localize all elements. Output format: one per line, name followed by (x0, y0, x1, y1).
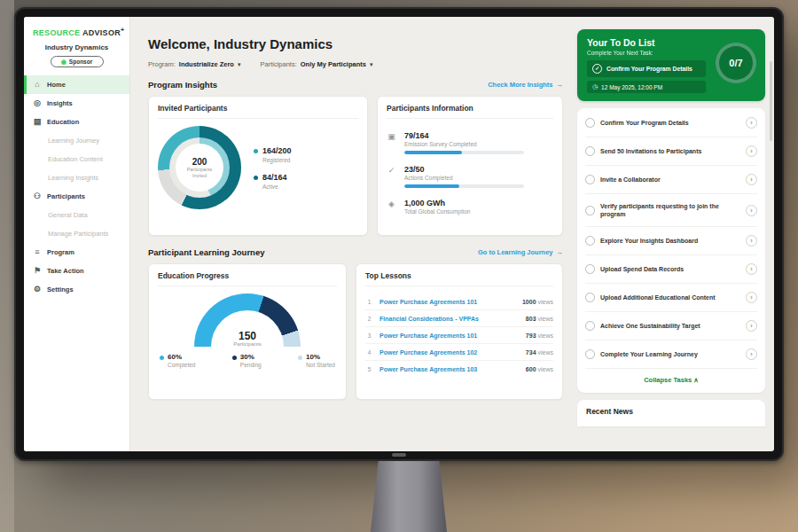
sidebar-item-insights[interactable]: ◎ Insights (24, 94, 129, 113)
task-label: Achieve One Sustainability Target (600, 322, 740, 330)
legend-item-registered: 164/200 Registered (254, 147, 292, 163)
lesson-rank: 3 (365, 332, 373, 339)
lesson-link[interactable]: Power Purchase Agreements 103 (379, 366, 520, 372)
task-item-achieve-target[interactable]: Achieve One Sustainability Target › (585, 312, 757, 340)
task-item-upload-educational-content[interactable]: Upload Additional Educational Content › (585, 284, 757, 312)
monitor: RESOURCE ADVISOR+ Industry Dynamics ◉ Sp… (14, 7, 784, 461)
views-count: 734 (526, 349, 536, 356)
top-lessons-card: Top Lessons 1 Power Purchase Agreements … (356, 263, 563, 400)
checkbox-icon[interactable] (585, 264, 595, 274)
todo-list-card: Your To Do List Complete Your Next Task:… (577, 29, 765, 101)
sidebar-item-home[interactable]: ⌂ Home (24, 75, 129, 94)
checkbox-icon[interactable] (585, 146, 595, 156)
collapse-tasks-link[interactable]: Collapse Tasks ∧ (585, 369, 757, 392)
checkbox-icon[interactable] (585, 206, 595, 215)
chevron-right-icon[interactable]: › (746, 174, 757, 185)
invited-total-label: Participants Invited (181, 167, 218, 179)
invited-donut-chart: 200 Participants Invited (158, 126, 241, 209)
views-word: views (537, 316, 553, 322)
program-filter[interactable]: Program: Industrialize Zero ▾ (148, 60, 240, 68)
go-to-learning-journey-link[interactable]: Go to Learning Journey → (478, 248, 563, 256)
participants-information-card: Participants Information ▣ 79/164 Emissi… (377, 96, 563, 236)
lesson-link[interactable]: Power Purchase Agreements 101 (379, 299, 516, 305)
sidebar-item-take-action[interactable]: ⚑ Take Action (24, 262, 129, 280)
nav-label: Take Action (47, 267, 84, 275)
checkbox-icon[interactable] (585, 236, 595, 246)
home-icon: ⌂ (33, 81, 42, 89)
learning-journey-header: Participant Learning Journey Go to Learn… (148, 247, 563, 257)
task-item-upload-spend-data[interactable]: Upload Spend Data Records › (585, 255, 757, 284)
invited-total: 200 (192, 157, 207, 167)
task-item-confirm-program[interactable]: Confirm Your Program Details › (585, 109, 757, 137)
check-more-insights-link[interactable]: Check More Insights → (488, 81, 563, 89)
nav-label: Education (47, 118, 79, 126)
chevron-right-icon[interactable]: › (746, 263, 757, 275)
task-item-verify-participants[interactable]: Verify participants requesting to join t… (585, 194, 757, 227)
nav-label: Home (47, 81, 66, 89)
chevron-right-icon[interactable]: › (746, 205, 757, 216)
nav-label: Manage Participants (48, 230, 108, 238)
task-item-explore-insights[interactable]: Explore Your Insights Dashboard › (585, 227, 757, 255)
arrow-right-icon: → (557, 248, 564, 256)
recent-news-title: Recent News (586, 407, 756, 416)
participants-filter[interactable]: Participants: Only My Participants ▾ (260, 60, 372, 68)
sidebar-item-learning-journey[interactable]: Learning Journey (24, 131, 129, 150)
sidebar-item-education-content[interactable]: Education Content (24, 150, 129, 168)
sidebar-item-education[interactable]: ▤ Education (24, 113, 129, 131)
lesson-link[interactable]: Financial Considerations - VPPAs (379, 316, 520, 322)
actions-value: 23/50 (404, 165, 553, 174)
insights-icon: ◎ (33, 99, 42, 107)
scrollbar[interactable] (770, 61, 772, 141)
chevron-right-icon[interactable]: › (746, 145, 757, 157)
sidebar-item-manage-participants[interactable]: Manage Participants (24, 224, 129, 243)
todo-next-task[interactable]: ✓ Confirm Your Program Details (587, 60, 706, 77)
views-count: 793 (526, 332, 536, 339)
checkbox-icon[interactable] (585, 175, 595, 184)
sidebar-nav: ⌂ Home ◎ Insights ▤ Education Learning J… (24, 75, 129, 299)
right-column: Your To Do List Complete Your Next Task:… (577, 29, 765, 426)
chevron-right-icon[interactable]: › (746, 117, 757, 129)
progress-bar (404, 151, 524, 154)
lesson-row: 2 Financial Considerations - VPPAs 803 v… (365, 310, 553, 327)
lesson-link[interactable]: Power Purchase Agreements 102 (379, 349, 520, 356)
card-title: Invited Participants (158, 104, 358, 119)
legend-item-active: 84/164 Active (254, 174, 292, 190)
checkbox-icon[interactable] (585, 321, 595, 331)
sidebar-item-general-data[interactable]: General Data (24, 206, 129, 224)
chevron-up-icon: ∧ (693, 376, 699, 384)
views-count: 1000 (522, 299, 536, 305)
chevron-right-icon[interactable]: › (746, 235, 757, 246)
insights-cards-row: Invited Participants 200 Participants In… (148, 96, 563, 236)
sidebar-item-participants[interactable]: ⚇ Participants (24, 187, 129, 206)
task-item-invite-collaborator[interactable]: Invite a Collaborator › (585, 166, 757, 194)
task-label: Upload Spend Data Records (600, 265, 740, 273)
card-title: Participants Information (387, 104, 553, 119)
lesson-row: 4 Power Purchase Agreements 102 734 view… (365, 344, 553, 361)
task-item-send-invitations[interactable]: Send 50 Invitations to Participants › (585, 137, 757, 166)
chevron-right-icon[interactable]: › (746, 292, 757, 303)
progress-bar-fill (404, 184, 459, 188)
chevron-right-icon[interactable]: › (746, 348, 757, 360)
app-logo: RESOURCE ADVISOR+ (24, 17, 129, 41)
chevron-right-icon[interactable]: › (746, 320, 757, 332)
gauge-value: 150 (194, 331, 301, 341)
arrow-right-icon: → (557, 81, 564, 89)
lesson-rank: 5 (365, 366, 373, 372)
sponsor-icon: ◉ (61, 59, 66, 65)
sidebar-item-settings[interactable]: ⚙ Settings (24, 280, 129, 299)
nav-label: Settings (47, 286, 74, 293)
checkbox-icon[interactable] (585, 293, 595, 302)
sidebar-item-learning-insights[interactable]: Learning Insights (24, 168, 129, 187)
sidebar-item-program[interactable]: ≡ Program (24, 243, 129, 262)
checkbox-icon[interactable] (585, 118, 595, 128)
task-item-complete-learning-journey[interactable]: Complete Your Learning Journey › (585, 340, 757, 369)
invited-donut-inner: 200 Participants Invited (169, 137, 230, 198)
lesson-link[interactable]: Power Purchase Agreements 101 (379, 332, 520, 339)
consumption-value: 1,000 GWh (404, 199, 553, 207)
active-label: Active (262, 184, 287, 190)
people-icon: ⚇ (33, 192, 42, 200)
todo-due-date: ◷ 12 May 2025, 12:00 PM (587, 81, 706, 93)
checkbox-icon[interactable] (585, 349, 595, 359)
lesson-rank: 2 (365, 316, 373, 322)
legend-dot (232, 356, 237, 360)
